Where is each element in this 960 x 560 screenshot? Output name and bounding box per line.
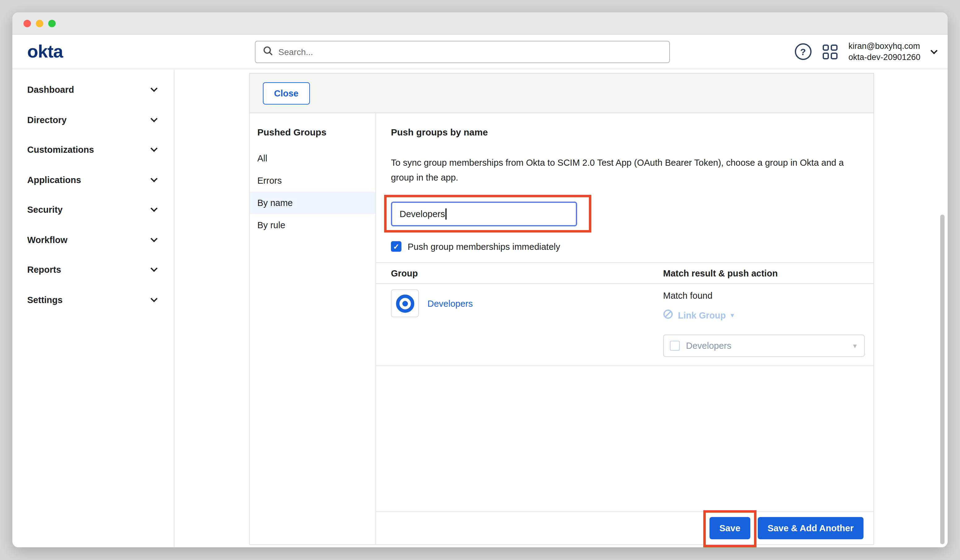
user-menu[interactable]: kiran@boxyhq.com okta-dev-20901260 bbox=[848, 41, 920, 62]
push-by-name-panel: Push groups by name To sync group member… bbox=[376, 113, 874, 544]
global-search[interactable] bbox=[255, 41, 670, 63]
pushed-groups-title: Pushed Groups bbox=[250, 122, 376, 147]
chevron-down-icon bbox=[150, 175, 158, 182]
chevron-down-icon bbox=[150, 295, 158, 302]
sidebar-item-directory[interactable]: Directory bbox=[12, 105, 174, 135]
vertical-scrollbar[interactable] bbox=[940, 214, 944, 544]
text-caret bbox=[446, 208, 446, 219]
card-header: Close bbox=[249, 73, 874, 113]
header-actions: ? kiran@boxyhq.com okta-dev-20901260 bbox=[795, 35, 936, 69]
table-header: Group Match result & push action bbox=[376, 262, 874, 284]
tab-errors[interactable]: Errors bbox=[250, 170, 376, 192]
save-button[interactable]: Save bbox=[709, 517, 750, 539]
match-cell: Match found bbox=[663, 290, 874, 365]
panel-description: To sync group memberships from Okta to S… bbox=[391, 155, 854, 185]
org-name: okta-dev-20901260 bbox=[848, 52, 920, 62]
help-icon[interactable]: ? bbox=[795, 43, 811, 60]
match-table: Group Match result & push action bbox=[376, 262, 874, 366]
push-immediately-label: Push group memberships immediately bbox=[408, 242, 560, 251]
top-header: okta ? kiran@boxyhq.com okt bbox=[12, 35, 948, 69]
okta-logo: okta bbox=[27, 42, 63, 62]
select-caret-icon: ▼ bbox=[852, 342, 858, 349]
annotation-box-input: Developers bbox=[384, 195, 591, 232]
target-group-select[interactable]: Developers ▼ bbox=[663, 334, 865, 357]
sidebar-item-dashboard[interactable]: Dashboard bbox=[12, 75, 174, 105]
user-email: kiran@boxyhq.com bbox=[848, 41, 920, 52]
minimize-window-icon[interactable] bbox=[36, 19, 43, 27]
chevron-down-icon bbox=[150, 85, 158, 92]
match-status: Match found bbox=[663, 291, 874, 301]
window-titlebar bbox=[12, 12, 948, 35]
sidebar-item-customizations[interactable]: Customizations bbox=[12, 135, 174, 165]
group-cell: Developers bbox=[376, 290, 663, 317]
apps-grid-icon[interactable] bbox=[822, 44, 837, 59]
push-groups-card: Close Pushed Groups All Errors By name B… bbox=[249, 73, 874, 545]
desktop: okta ? kiran@boxyhq.com okt bbox=[0, 0, 960, 560]
chevron-down-icon bbox=[150, 265, 158, 272]
app-body: Dashboard Directory Customizations Appli… bbox=[12, 70, 948, 547]
sidebar-item-applications[interactable]: Applications bbox=[12, 165, 174, 195]
chevron-down-icon bbox=[150, 115, 158, 122]
push-immediately-row: ✓ Push group memberships immediately bbox=[391, 241, 874, 252]
group-link[interactable]: Developers bbox=[427, 298, 473, 308]
sidebar-item-security[interactable]: Security bbox=[12, 195, 174, 225]
panel-footer: Save Save & Add Another bbox=[376, 512, 874, 544]
pushed-groups-nav: Pushed Groups All Errors By name By rule bbox=[250, 113, 376, 544]
group-name-input[interactable]: Developers bbox=[391, 201, 577, 226]
browser-window: okta ? kiran@boxyhq.com okt bbox=[12, 12, 948, 547]
action-caret-icon: ▾ bbox=[731, 312, 734, 318]
panel-title: Push groups by name bbox=[391, 126, 874, 139]
link-group-icon bbox=[663, 309, 673, 321]
column-group: Group bbox=[376, 268, 663, 278]
chevron-down-icon bbox=[150, 205, 158, 212]
group-swatch-icon bbox=[670, 341, 680, 350]
close-window-icon[interactable] bbox=[24, 19, 31, 27]
main-content: Close Pushed Groups All Errors By name B… bbox=[174, 70, 948, 547]
sidebar: Dashboard Directory Customizations Appli… bbox=[12, 70, 174, 547]
close-button[interactable]: Close bbox=[263, 82, 310, 104]
push-immediately-checkbox[interactable]: ✓ bbox=[391, 241, 402, 252]
sidebar-item-settings[interactable]: Settings bbox=[12, 285, 174, 315]
user-caret-icon bbox=[931, 47, 938, 54]
chevron-down-icon bbox=[150, 145, 158, 152]
link-group-dropdown[interactable]: Link Group ▾ bbox=[663, 309, 874, 321]
column-match: Match result & push action bbox=[663, 268, 874, 278]
tab-by-rule[interactable]: By rule bbox=[250, 214, 376, 236]
save-add-another-button[interactable]: Save & Add Another bbox=[758, 517, 864, 539]
search-icon bbox=[263, 46, 273, 58]
tab-by-name[interactable]: By name bbox=[250, 192, 376, 214]
group-okta-icon bbox=[391, 290, 419, 317]
search-input[interactable] bbox=[278, 47, 662, 57]
table-row: Developers Match found bbox=[376, 284, 874, 366]
chevron-down-icon bbox=[150, 235, 158, 242]
tab-all[interactable]: All bbox=[250, 147, 376, 170]
selected-group: Developers bbox=[686, 341, 731, 350]
zoom-window-icon[interactable] bbox=[48, 19, 56, 27]
sidebar-item-reports[interactable]: Reports bbox=[12, 255, 174, 285]
sidebar-item-workflow[interactable]: Workflow bbox=[12, 225, 174, 255]
empty-space bbox=[376, 366, 874, 512]
